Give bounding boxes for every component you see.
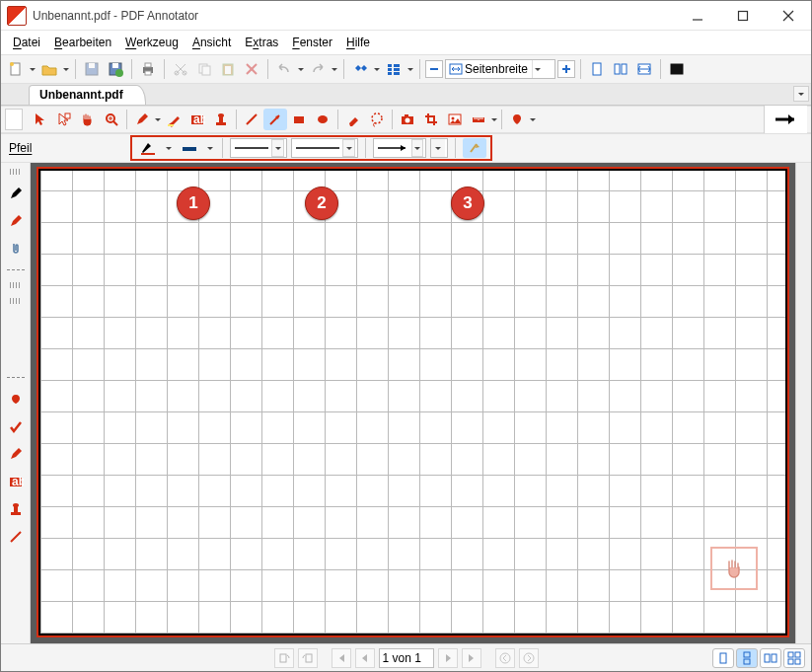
vertical-scrollbar[interactable]	[795, 163, 811, 643]
delete-button[interactable]	[241, 58, 262, 80]
fav-heart[interactable]	[5, 388, 27, 410]
image-tool[interactable]	[443, 109, 467, 130]
menu-datei[interactable]: Datei	[7, 34, 46, 51]
pan-tool[interactable]	[76, 109, 100, 130]
undo-button[interactable]	[273, 58, 295, 80]
zoom-combo[interactable]: Seitenbreite	[445, 59, 555, 79]
close-button[interactable]	[766, 1, 811, 30]
line-tool[interactable]	[240, 109, 263, 130]
crop-tool[interactable]	[419, 109, 443, 130]
page-rotate-left[interactable]	[274, 648, 294, 668]
print-button[interactable]	[137, 58, 159, 80]
document-tab[interactable]: Unbenannt.pdf	[29, 85, 146, 105]
favorites-dropdown[interactable]	[529, 115, 537, 124]
layout-width-button[interactable]	[633, 58, 655, 80]
grip2-icon[interactable]	[10, 282, 22, 288]
toolbox-toggle[interactable]	[5, 109, 23, 130]
open-button[interactable]	[38, 58, 60, 80]
arrowend-combo[interactable]	[430, 138, 448, 158]
ellipse-tool[interactable]	[311, 109, 334, 130]
arrow-tool[interactable]	[263, 109, 287, 130]
linestyle-combo[interactable]	[230, 138, 287, 158]
fav-textbox[interactable]: ab	[5, 471, 27, 492]
eraser-tool[interactable]	[341, 109, 365, 130]
new-dropdown[interactable]	[29, 65, 37, 74]
fav-line[interactable]	[5, 526, 27, 548]
last-page[interactable]	[462, 648, 481, 668]
zoom-tool[interactable]	[100, 109, 123, 130]
open-dropdown[interactable]	[62, 65, 70, 74]
fav-pen2[interactable]	[5, 443, 27, 465]
view-two-cont[interactable]	[783, 648, 805, 668]
color-dropdown[interactable]	[164, 138, 174, 158]
layout-single-button[interactable]	[586, 58, 608, 80]
search-dropdown[interactable]	[373, 65, 381, 74]
pen-tool[interactable]	[130, 109, 154, 130]
grip-icon[interactable]	[10, 169, 22, 175]
new-button[interactable]	[5, 58, 27, 80]
maximize-button[interactable]	[720, 1, 766, 30]
menu-fenster[interactable]: Fenster	[286, 34, 338, 51]
hand-hint[interactable]	[710, 547, 758, 590]
stamp-tool[interactable]	[209, 109, 233, 130]
menu-werkzeug[interactable]: Werkzeug	[119, 34, 185, 51]
sidebar-dropdown[interactable]	[406, 65, 414, 74]
redo-button[interactable]	[307, 58, 329, 80]
copy-button[interactable]	[193, 58, 215, 80]
select-tool[interactable]	[29, 109, 52, 130]
lasso-tool[interactable]	[365, 109, 389, 130]
sidebar-button[interactable]	[383, 58, 405, 80]
fav-stamp[interactable]	[5, 498, 27, 520]
linewidth-combo[interactable]	[291, 138, 358, 158]
prev-page[interactable]	[355, 648, 375, 668]
linecolor-button[interactable]	[178, 138, 201, 158]
zoom-out-button[interactable]	[425, 60, 443, 78]
nav-back[interactable]	[495, 648, 515, 668]
favorites-button[interactable]	[505, 109, 529, 130]
cut-button[interactable]	[170, 58, 191, 80]
rect-tool[interactable]	[287, 109, 311, 130]
page-canvas[interactable]: 1 2 3	[37, 167, 789, 637]
fav-check[interactable]	[5, 415, 27, 437]
next-button[interactable]	[764, 106, 807, 133]
linecolor-dropdown[interactable]	[205, 138, 215, 158]
paste-button[interactable]	[217, 58, 239, 80]
text-tool[interactable]: ab	[185, 109, 209, 130]
first-page[interactable]	[332, 648, 351, 668]
save-button[interactable]	[81, 58, 103, 80]
view-single[interactable]	[712, 648, 734, 668]
arrowstyle-combo[interactable]	[373, 138, 426, 158]
document-viewport[interactable]: 1 2 3	[31, 163, 811, 643]
menu-extras[interactable]: Extras	[239, 34, 284, 51]
view-continuous[interactable]	[736, 648, 758, 668]
menu-bearbeiten[interactable]: Bearbeiten	[48, 34, 117, 51]
page-field[interactable]: 1 von 1	[379, 648, 434, 668]
saveas-button[interactable]	[105, 58, 126, 80]
fav-pen-red[interactable]	[5, 210, 27, 232]
minimize-button[interactable]	[675, 1, 720, 30]
measure-tool[interactable]	[467, 109, 490, 130]
color-button[interactable]	[136, 138, 160, 158]
menu-hilfe[interactable]: Hilfe	[340, 34, 376, 51]
page-rotate-right[interactable]	[298, 648, 318, 668]
next-page[interactable]	[438, 648, 458, 668]
snap-button[interactable]	[463, 138, 486, 158]
redo-dropdown[interactable]	[331, 65, 338, 74]
snapshot-tool[interactable]	[396, 109, 419, 130]
search-button[interactable]	[349, 58, 371, 80]
zoom-in-button[interactable]	[557, 60, 575, 78]
nav-fwd[interactable]	[519, 648, 539, 668]
tab-more-dropdown[interactable]	[793, 86, 809, 102]
highlighter-tool[interactable]	[162, 109, 185, 130]
fav-clip[interactable]	[5, 238, 27, 260]
view-two[interactable]	[760, 648, 781, 668]
fullscreen-button[interactable]	[666, 58, 688, 80]
menu-ansicht[interactable]: Ansicht	[186, 34, 237, 51]
undo-dropdown[interactable]	[297, 65, 305, 74]
pen-dropdown[interactable]	[154, 115, 162, 124]
measure-dropdown[interactable]	[490, 115, 498, 124]
fav-pen-black[interactable]	[5, 183, 27, 204]
select-text-tool[interactable]	[52, 109, 76, 130]
grip3-icon[interactable]	[10, 298, 22, 304]
layout-two-button[interactable]	[610, 58, 631, 80]
